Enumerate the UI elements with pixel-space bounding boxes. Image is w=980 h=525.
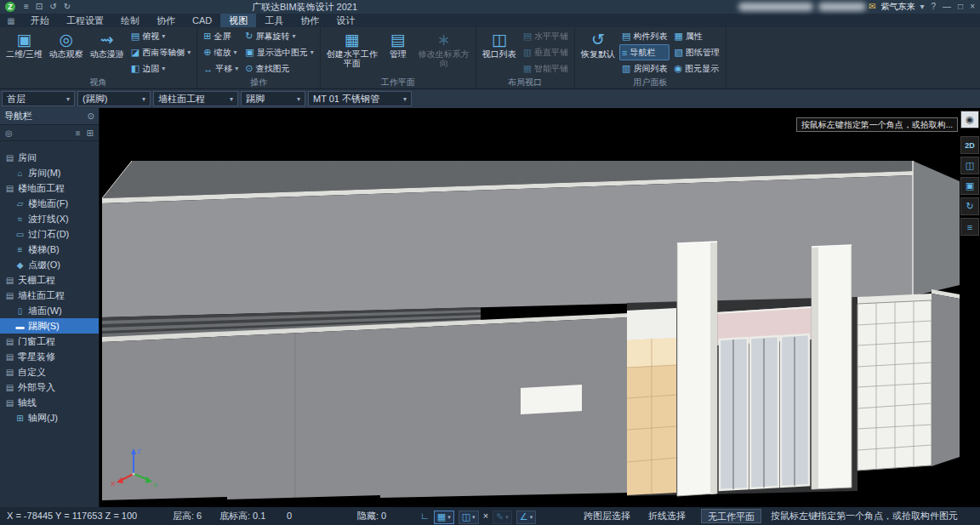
tab-design[interactable]: 设计 [328,14,363,27]
workplane-indicator[interactable]: 无工作平面 [701,509,761,523]
redo-icon[interactable]: ↻ [60,0,74,14]
view-list-button[interactable]: ≡ [960,218,979,236]
button-element-display[interactable]: ◉ 图元显示 [671,60,721,77]
tree-group-ceiling-works[interactable]: ▤天棚工程 [0,272,99,288]
list-icon[interactable]: ≡ [76,128,81,138]
hidden-count: 隐藏: 0 [357,507,386,525]
tab-collaborate[interactable]: 协作 [148,14,184,27]
button-viewport-list[interactable]: ◫ 视口列表 [480,28,519,59]
user-caret-icon[interactable]: ▾ [917,0,928,14]
tree-group-external-import[interactable]: ▤外部导入 [0,379,99,395]
tab-tools[interactable]: 工具 [256,14,292,27]
floor-select[interactable]: 首层 ▾ [2,91,75,106]
button-sw-isometric[interactable]: ◪ 西南等轴侧 ▾ [128,44,193,60]
tab-cad[interactable]: CAD [184,14,220,27]
app-logo-icon[interactable]: Z [5,2,15,12]
button-fullscreen[interactable]: ⊞ 全屏 [201,28,241,44]
user-name[interactable]: 紫气东来 [881,1,915,13]
tree-group-misc-decor[interactable]: ▤零星装修 [0,349,99,364]
save-icon[interactable]: ⊡ [32,0,46,14]
tree-group-floor-works[interactable]: ▤楼地面工程 [0,180,99,196]
button-tile-horizontal[interactable]: ▤ 水平平铺 [521,28,571,44]
button-tile-vertical[interactable]: ▥ 垂直平铺 [521,44,571,60]
viewport-panel-button[interactable]: ◫ [960,157,979,174]
tab-view[interactable]: 视图 [220,14,256,27]
rotate-view-button[interactable]: ↻ [960,197,979,215]
tree-item-threshold-d[interactable]: ▭过门石(D) [0,226,99,242]
material-select[interactable]: MT 01 不锈钢管 ▾ [308,91,412,106]
button-component-list[interactable]: ▤ 构件列表 [619,28,669,44]
tab-draw[interactable]: 绘制 [112,14,148,27]
caret-down-icon: ▾ [233,49,236,56]
view-2d-button[interactable]: 2D [960,136,979,154]
button-sheet-manager[interactable]: ▧ 图纸管理 [671,44,721,60]
viewport-mode-button[interactable]: ◫ ▾ [459,511,479,524]
close-icon[interactable]: × [966,0,978,14]
measure-button[interactable]: ∠ ▾ [516,511,536,524]
button-edge-view[interactable]: ◧ 边固 ▾ [128,60,193,77]
ortho-icon[interactable]: ∟ [420,507,430,525]
button-manage-workplane[interactable]: ▤ 管理 [382,28,414,59]
help-icon[interactable]: ? [928,0,940,14]
button-zoom[interactable]: ⊕ 缩放 ▾ [201,44,241,60]
button-top-view[interactable]: ▤ 俯视 ▾ [128,28,193,44]
minimize-icon[interactable]: — [939,0,954,14]
layers-icon[interactable]: ⊞ [87,128,94,138]
sidebar-toolbar: ◎ ≡ ⊞ [0,125,99,141]
snapshot-button[interactable]: ◉ [960,111,979,128]
undo-icon[interactable]: ↺ [46,0,60,14]
tab-start[interactable]: 开始 [22,14,58,27]
pin-icon[interactable]: ⊙ [88,111,94,121]
polyline-select-toggle[interactable]: 折线选择 [648,507,686,525]
tree-item-wall-w[interactable]: ▯墙面(W) [0,303,99,318]
work-category-select[interactable]: 墙柱面工程 ▾ [153,91,238,106]
tree-group-axis[interactable]: ▤轴线 [0,395,99,410]
folder-icon: ▤ [4,153,15,163]
button-pan[interactable]: ↔ 平移 ▾ [201,60,241,77]
button-label: 动态漫游 [90,49,124,59]
button-find-element[interactable]: ⊙ 查找图元 [242,60,316,77]
viewport-3d[interactable]: Z X Y [100,108,980,507]
layout-panel-button[interactable]: ▣ [960,177,979,195]
tree-item-axis-grid-j[interactable]: ⊞轴网(J) [0,410,99,425]
axonometric-icon: ◪ [131,47,140,58]
menu-icon[interactable]: ≡ [20,0,32,14]
tree-item-accent-o[interactable]: ◆点缀(O) [0,257,99,272]
statusbar-tools: ∟ ▦ ▾ ◫ ▾ × ✎ ▾ ∠ ▾ [420,507,536,525]
button-dynamic-walkthrough[interactable]: ⇝ 动态漫游 [88,28,127,59]
tree-item-floor-f[interactable]: ▱楼地面(F) [0,196,99,211]
cross-layer-select-toggle[interactable]: 跨图层选择 [584,507,630,525]
button-properties[interactable]: ▦ 属性 [671,28,721,44]
app-grid-icon[interactable]: ▦ [0,14,22,27]
button-restore-default[interactable]: ↺ 恢复默认 [578,28,618,59]
message-icon[interactable]: ✉ [865,0,879,14]
tree-group-custom[interactable]: ▤自定义 [0,364,99,379]
tree-group-door-window[interactable]: ▤门窗工程 [0,334,99,349]
subtype-select[interactable]: 踢脚 ▾ [241,91,305,106]
compass-icon[interactable]: ◎ [5,128,13,138]
tree-item-room-m[interactable]: ⌂房间(M) [0,165,99,180]
ribbon-tab-bar: ▦ 开始 工程设置 绘制 协作 CAD 视图 工具 协作 设计 [0,14,980,27]
button-room-list[interactable]: ▥ 房间列表 [619,60,669,77]
button-show-selected[interactable]: ▣ 显示选中图元 ▾ [242,44,316,60]
tab-collaborate-2[interactable]: 协作 [292,14,328,27]
tree-item-skirting-s[interactable]: ▬踢脚(S) [0,318,99,334]
button-tile-smart[interactable]: ▦ 智能平铺 [521,60,571,77]
draw-mode-button[interactable]: ✎ ▾ [493,511,512,524]
button-modify-coordinate-system[interactable]: ∗ 修改坐标系方向 [416,28,472,68]
caret-down-icon: ▾ [187,49,191,56]
tree-group-wall-works[interactable]: ▤墙柱面工程 [0,288,99,303]
tab-project-settings[interactable]: 工程设置 [58,14,112,27]
button-2d-3d[interactable]: ▣ 二维/三维 [3,28,45,59]
element-type-select[interactable]: (踢脚) ▾ [77,91,151,106]
button-screen-rotate[interactable]: ↻ 屏幕旋转 ▾ [242,28,316,44]
maximize-icon[interactable]: □ [954,0,966,14]
button-dynamic-orbit[interactable]: ◎ 动态观察 [47,28,86,59]
clear-selection-icon[interactable]: × [483,507,488,525]
button-create-horizontal-workplane[interactable]: ▦ 创建水平工作平面 [324,28,380,68]
tree-item-border-line-x[interactable]: ≈波打线(X) [0,211,99,226]
grid-snap-button[interactable]: ▦ ▾ [434,511,454,524]
tree-item-stairs-b[interactable]: ≡楼梯(B) [0,242,99,257]
tree-group-room[interactable]: ▤房间 [0,150,99,165]
button-navigation-bar[interactable]: ≡ 导航栏 [619,44,669,60]
